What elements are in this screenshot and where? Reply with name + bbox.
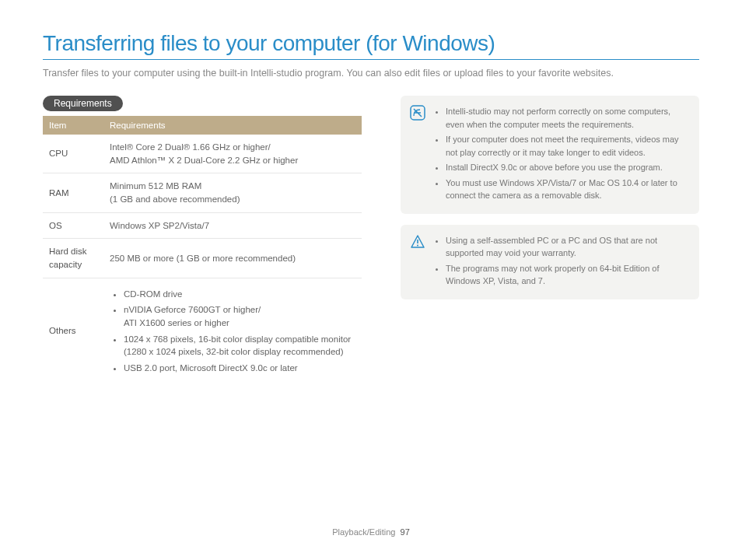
page-subtitle: Transfer files to your computer using th… <box>43 68 699 79</box>
cell-label: Hard disk capacity <box>43 239 103 278</box>
cell-value: 250 MB or more (1 GB or more recommended… <box>103 239 362 278</box>
svg-point-2 <box>417 244 418 246</box>
list-item: CD-ROM drive <box>124 288 355 301</box>
note-list: Intelli-studio may not perform correctly… <box>433 105 688 205</box>
page-title: Transferring files to your computer (for… <box>43 31 699 60</box>
list-item: You must use Windows XP/Vista/7 or Mac O… <box>446 177 688 202</box>
list-item: nVIDIA Geforce 7600GT or higher/ ATI X16… <box>124 303 355 329</box>
page-number: 97 <box>401 527 410 537</box>
th-req: Requirements <box>103 116 362 135</box>
table-row: RAM Minimum 512 MB RAM (1 GB and above r… <box>43 173 362 212</box>
cell-value: Minimum 512 MB RAM (1 GB and above recom… <box>103 173 362 212</box>
list-item: If your computer does not meet the requi… <box>446 133 688 159</box>
list-item: Using a self-assembled PC or a PC and OS… <box>446 234 688 260</box>
list-item: 1024 x 768 pixels, 16-bit color display … <box>124 333 355 359</box>
cell-value: CD-ROM drive nVIDIA Geforce 7600GT or hi… <box>103 278 362 384</box>
list-item: Intelli-studio may not perform correctly… <box>446 105 688 131</box>
requirements-table: Item Requirements CPU Intel® Core 2 Dual… <box>43 116 362 384</box>
cell-label: OS <box>43 212 103 239</box>
cell-label: Others <box>43 278 103 384</box>
list-item: Install DirectX 9.0c or above before you… <box>446 161 688 174</box>
left-column: Requirements Item Requirements CPU Intel… <box>43 96 362 384</box>
cell-value: Windows XP SP2/Vista/7 <box>103 212 362 239</box>
note-list: Using a self-assembled PC or a PC and OS… <box>433 234 688 290</box>
warning-icon <box>410 234 425 250</box>
table-row: OS Windows XP SP2/Vista/7 <box>43 212 362 239</box>
list-item: USB 2.0 port, Microsoft DirectX 9.0c or … <box>124 362 355 375</box>
cell-label: RAM <box>43 173 103 212</box>
table-row: Others CD-ROM drive nVIDIA Geforce 7600G… <box>43 278 362 384</box>
cell-label: CPU <box>43 135 103 173</box>
table-row: CPU Intel® Core 2 Dual® 1.66 GHz or high… <box>43 135 362 173</box>
th-item: Item <box>43 116 103 135</box>
right-column: Intelli-studio may not perform correctly… <box>401 96 699 384</box>
table-row: Hard disk capacity 250 MB or more (1 GB … <box>43 239 362 278</box>
note-icon <box>410 105 425 121</box>
others-list: CD-ROM drive nVIDIA Geforce 7600GT or hi… <box>110 288 355 375</box>
note-box-info: Intelli-studio may not perform correctly… <box>401 96 699 214</box>
requirements-badge: Requirements <box>43 96 123 111</box>
footer-section: Playback/Editing <box>332 527 395 537</box>
cell-value: Intel® Core 2 Dual® 1.66 GHz or higher/ … <box>103 135 362 173</box>
footer: Playback/Editing 97 <box>0 527 742 537</box>
note-box-warning: Using a self-assembled PC or a PC and OS… <box>401 225 699 299</box>
list-item: The programs may not work properly on 64… <box>446 262 688 288</box>
content-columns: Requirements Item Requirements CPU Intel… <box>43 96 699 384</box>
